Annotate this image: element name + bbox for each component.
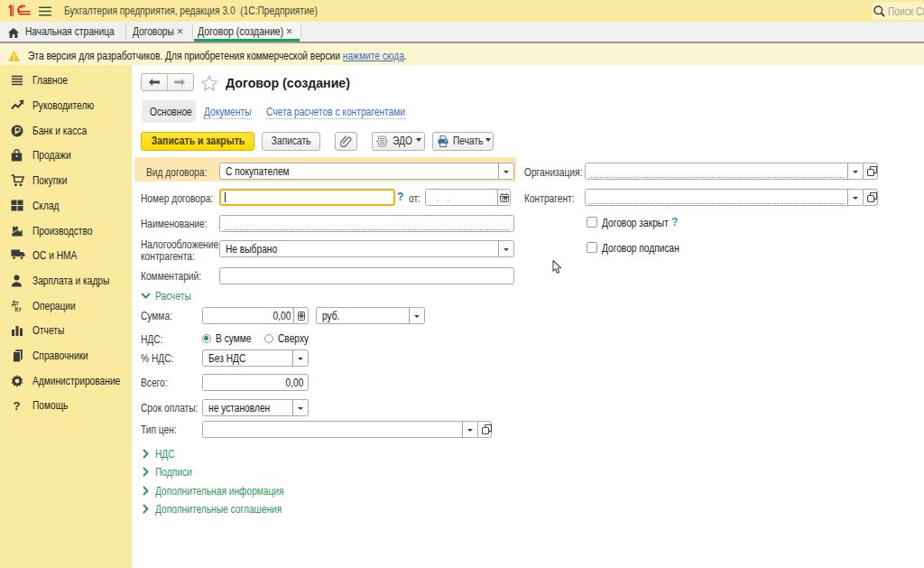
svg-text:Кт: Кт [15, 306, 22, 312]
svg-text:?: ? [14, 399, 21, 412]
